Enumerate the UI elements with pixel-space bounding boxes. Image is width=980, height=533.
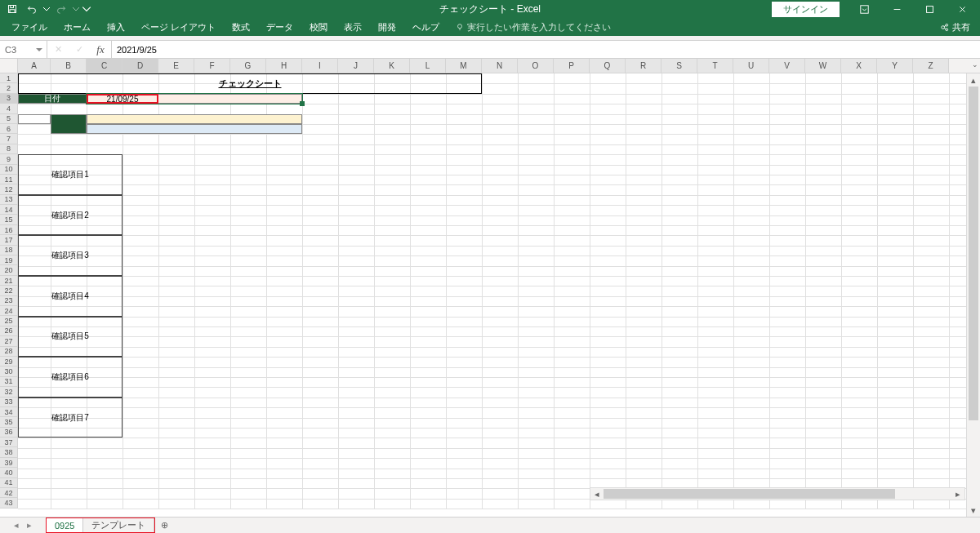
ribbon-tab-挿入[interactable]: 挿入 xyxy=(99,18,133,36)
row-header-12[interactable]: 12 xyxy=(0,184,18,194)
col-header-U[interactable]: U xyxy=(733,59,769,73)
col-header-L[interactable]: L xyxy=(410,59,446,73)
ribbon-tab-データ[interactable]: データ xyxy=(258,18,301,36)
col-header-I[interactable]: I xyxy=(302,59,338,73)
col-header-B[interactable]: B xyxy=(51,59,87,73)
row-header-22[interactable]: 22 xyxy=(0,286,18,295)
col-header-G[interactable]: G xyxy=(230,59,266,73)
row-header-34[interactable]: 34 xyxy=(0,407,18,417)
ribbon-tab-ホーム[interactable]: ホーム xyxy=(56,18,99,36)
col-header-T[interactable]: T xyxy=(697,59,733,73)
row-header-1[interactable]: 1 xyxy=(0,73,18,83)
row-header-3[interactable]: 3 xyxy=(0,94,18,104)
col-header-R[interactable]: R xyxy=(626,59,662,73)
row-header-5[interactable]: 5 xyxy=(0,114,18,124)
check-item-3[interactable]: 確認項目3 xyxy=(18,235,122,276)
row-header-10[interactable]: 10 xyxy=(0,165,18,175)
vscroll-thumb[interactable] xyxy=(969,87,978,420)
row-header-32[interactable]: 32 xyxy=(0,387,18,397)
ribbon-tab-ヘルプ[interactable]: ヘルプ xyxy=(404,18,448,36)
formula-bar-expand-icon[interactable]: ⌄ xyxy=(972,60,978,69)
row-header-26[interactable]: 26 xyxy=(0,326,18,336)
row-header-18[interactable]: 18 xyxy=(0,246,18,255)
row-header-21[interactable]: 21 xyxy=(0,276,18,286)
row-header-23[interactable]: 23 xyxy=(0,296,18,306)
row6-blue[interactable] xyxy=(87,124,302,134)
row5-white[interactable] xyxy=(18,114,51,124)
vertical-scrollbar[interactable]: ▴ ▾ xyxy=(966,73,980,517)
row-header-37[interactable]: 37 xyxy=(0,438,18,447)
row-header-11[interactable]: 11 xyxy=(0,175,18,184)
ribbon-tab-表示[interactable]: 表示 xyxy=(336,18,370,36)
row-header-39[interactable]: 39 xyxy=(0,458,18,468)
col-header-F[interactable]: F xyxy=(194,59,230,73)
col-header-V[interactable]: V xyxy=(769,59,805,73)
col-header-W[interactable]: W xyxy=(805,59,841,73)
row-header-14[interactable]: 14 xyxy=(0,205,18,215)
formula-enter-icon[interactable]: ✓ xyxy=(69,41,90,58)
col-header-X[interactable]: X xyxy=(841,59,877,73)
undo-icon[interactable] xyxy=(23,1,41,17)
formula-cancel-icon[interactable]: ✕ xyxy=(47,41,69,58)
date-label-cell[interactable]: 日付 xyxy=(18,94,87,104)
col-header-A[interactable]: A xyxy=(18,59,51,73)
ribbon-tab-校閲[interactable]: 校閲 xyxy=(301,18,336,36)
select-all-corner[interactable] xyxy=(0,59,18,73)
check-item-6[interactable]: 確認項目6 xyxy=(18,357,122,398)
add-sheet-button[interactable]: ⊕ xyxy=(155,517,173,533)
save-icon[interactable] xyxy=(3,1,21,17)
signin-button[interactable]: サインイン xyxy=(772,2,840,17)
col-header-D[interactable]: D xyxy=(122,59,158,73)
row5-dark[interactable] xyxy=(51,114,87,135)
qat-customize-icon[interactable] xyxy=(82,1,91,17)
row-header-24[interactable]: 24 xyxy=(0,306,18,316)
row-header-2[interactable]: 2 xyxy=(0,83,18,93)
col-header-K[interactable]: K xyxy=(374,59,410,73)
fx-icon[interactable]: fx xyxy=(90,43,111,56)
col-header-J[interactable]: J xyxy=(338,59,374,73)
check-item-7[interactable]: 確認項目7 xyxy=(18,398,122,438)
sheet-title-cell[interactable]: チェックシート xyxy=(18,73,482,94)
ribbon-tab-数式[interactable]: 数式 xyxy=(224,18,258,36)
row-header-43[interactable]: 43 xyxy=(0,498,18,508)
check-item-2[interactable]: 確認項目2 xyxy=(18,195,122,236)
row-header-38[interactable]: 38 xyxy=(0,447,18,457)
row-header-27[interactable]: 27 xyxy=(0,336,18,346)
scroll-up-icon[interactable]: ▴ xyxy=(967,73,980,87)
ribbon-tab-ページ レイアウト[interactable]: ページ レイアウト xyxy=(133,18,224,36)
row-header-19[interactable]: 19 xyxy=(0,255,18,265)
date-value-cell[interactable]: 21/09/25 xyxy=(87,94,158,104)
col-header-Z[interactable]: Z xyxy=(913,59,949,73)
row-header-17[interactable]: 17 xyxy=(0,235,18,245)
row-header-41[interactable]: 41 xyxy=(0,478,18,488)
row-header-35[interactable]: 35 xyxy=(0,417,18,427)
col-header-M[interactable]: M xyxy=(446,59,482,73)
row-header-4[interactable]: 4 xyxy=(0,104,18,113)
sheet-tab-0925[interactable]: 0925 xyxy=(47,518,83,532)
col-header-P[interactable]: P xyxy=(554,59,590,73)
row5-cream[interactable] xyxy=(87,114,302,124)
redo-dropdown-icon[interactable] xyxy=(72,1,80,17)
hscroll-thumb[interactable] xyxy=(604,489,895,499)
row-header-8[interactable]: 8 xyxy=(0,144,18,154)
row-header-20[interactable]: 20 xyxy=(0,265,18,275)
cells-area[interactable]: チェックシート日付21/09/25確認項目1確認項目2確認項目3確認項目4確認項… xyxy=(18,73,980,509)
col-header-O[interactable]: O xyxy=(518,59,554,73)
row-header-28[interactable]: 28 xyxy=(0,347,18,357)
undo-dropdown-icon[interactable] xyxy=(42,1,51,17)
row-header-15[interactable]: 15 xyxy=(0,215,18,224)
row-header-40[interactable]: 40 xyxy=(0,468,18,477)
row-header-42[interactable]: 42 xyxy=(0,488,18,498)
row-header-25[interactable]: 25 xyxy=(0,316,18,326)
row-header-31[interactable]: 31 xyxy=(0,377,18,387)
row-header-13[interactable]: 13 xyxy=(0,195,18,205)
close-icon[interactable] xyxy=(946,0,978,18)
horizontal-scrollbar[interactable]: ◂ ▸ xyxy=(590,487,965,500)
col-header-E[interactable]: E xyxy=(158,59,194,73)
scroll-down-icon[interactable]: ▾ xyxy=(967,504,980,517)
tell-me-search[interactable]: 実行したい作業を入力してください xyxy=(448,18,619,36)
fill-handle[interactable] xyxy=(300,101,305,106)
check-item-5[interactable]: 確認項目5 xyxy=(18,317,122,358)
formula-input[interactable] xyxy=(112,41,980,58)
sheet-tab-template[interactable]: テンプレート xyxy=(83,518,154,532)
